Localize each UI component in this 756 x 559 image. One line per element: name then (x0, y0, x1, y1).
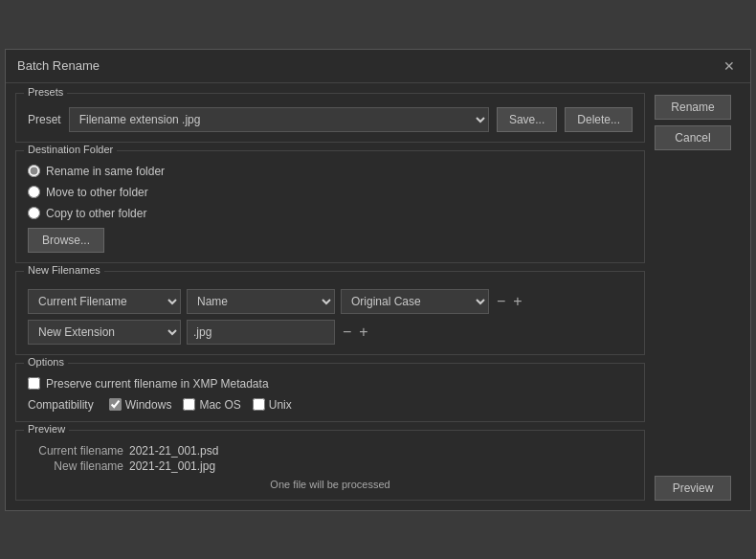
current-filename-key: Current filename (28, 444, 123, 458)
radio-copy-input[interactable] (28, 207, 40, 219)
row2-btn-pair: − + (341, 324, 370, 340)
extension-input[interactable]: .jpg (187, 320, 335, 345)
preserve-checkbox[interactable] (28, 377, 40, 390)
preview-content: Current filename 2021-21_001.psd New fil… (28, 444, 633, 490)
windows-label: Windows (125, 398, 172, 412)
row2-plus-button[interactable]: + (357, 324, 369, 340)
row1-plus-button[interactable]: + (511, 294, 523, 309)
radio-group: Rename in same folder Move to other fold… (28, 165, 633, 220)
windows-checkbox[interactable] (109, 398, 122, 411)
delete-button[interactable]: Delete... (565, 107, 633, 132)
new-filename-key: New filename (28, 459, 123, 473)
preview-status: One file will be processed (28, 479, 633, 490)
radio-move-label: Move to other folder (46, 186, 148, 199)
unix-checkbox[interactable] (253, 398, 265, 411)
save-button[interactable]: Save... (497, 107, 557, 132)
radio-copy-label: Copy to other folder (46, 207, 146, 220)
radio-same-folder[interactable]: Rename in same folder (28, 165, 633, 178)
filename-col2-select[interactable]: Name Name+Extension Extension (187, 289, 335, 314)
radio-same-input[interactable] (28, 165, 40, 177)
presets-row: Preset Filename extension .jpg Save... D… (28, 107, 633, 132)
compat-mac[interactable]: Mac OS (183, 398, 240, 412)
filenames-row2: New Extension Text Sequence Number .jpg … (28, 320, 633, 345)
cancel-button[interactable]: Cancel (655, 125, 731, 150)
rename-button[interactable]: Rename (655, 95, 731, 120)
dialog-body: Presets Preset Filename extension .jpg S… (6, 83, 750, 510)
preserve-row: Preserve current filename in XMP Metadat… (28, 377, 633, 391)
compat-unix[interactable]: Unix (253, 398, 292, 412)
title-bar: Batch Rename ✕ (6, 50, 750, 83)
dialog-title: Batch Rename (17, 58, 100, 73)
options-section: Options Preserve current filename in XMP… (15, 363, 645, 422)
preset-label: Preset (28, 113, 61, 126)
preview-section: Preview Current filename 2021-21_001.psd… (15, 430, 645, 501)
mac-label: Mac OS (199, 398, 240, 412)
options-section-title: Options (24, 356, 68, 368)
row1-btn-pair: − + (495, 294, 524, 309)
unix-label: Unix (269, 398, 292, 412)
extension-col1-select[interactable]: New Extension Text Sequence Number (28, 320, 181, 345)
preview-section-title: Preview (24, 423, 69, 435)
filename-col1-select[interactable]: Current Filename Sequence Date (28, 289, 181, 314)
new-filenames-title: New Filenames (24, 264, 104, 276)
compat-windows[interactable]: Windows (109, 398, 172, 412)
preview-button[interactable]: Preview (655, 476, 731, 501)
compatibility-row: Compatibility Windows Mac OS Unix (28, 398, 633, 412)
compatibility-label: Compatibility (28, 398, 94, 412)
radio-same-label: Rename in same folder (46, 165, 165, 178)
destination-section-title: Destination Folder (24, 144, 117, 155)
right-panel: Rename Cancel Preview (655, 93, 741, 501)
radio-copy-folder[interactable]: Copy to other folder (28, 207, 633, 220)
new-filename-value: 2021-21_001.jpg (129, 459, 215, 473)
new-filename-row: New filename 2021-21_001.jpg (28, 459, 633, 473)
radio-move-folder[interactable]: Move to other folder (28, 186, 633, 199)
current-filename-value: 2021-21_001.psd (129, 444, 218, 458)
new-filenames-section: New Filenames Current Filename Sequence … (15, 271, 645, 355)
presets-section: Presets Preset Filename extension .jpg S… (15, 93, 645, 143)
browse-button[interactable]: Browse... (28, 228, 104, 253)
mac-checkbox[interactable] (183, 398, 195, 411)
left-panel: Presets Preset Filename extension .jpg S… (15, 93, 645, 501)
filenames-row1: Current Filename Sequence Date Name Name… (28, 289, 633, 314)
batch-rename-dialog: Batch Rename ✕ Presets Preset Filename e… (5, 49, 751, 511)
radio-move-input[interactable] (28, 186, 40, 198)
destination-section: Destination Folder Rename in same folder… (15, 150, 645, 263)
preset-select[interactable]: Filename extension .jpg (69, 107, 489, 132)
current-filename-row: Current filename 2021-21_001.psd (28, 444, 633, 458)
row1-minus-button[interactable]: − (495, 294, 507, 309)
options-content: Preserve current filename in XMP Metadat… (28, 377, 633, 412)
close-button[interactable]: ✕ (720, 57, 739, 75)
preserve-label[interactable]: Preserve current filename in XMP Metadat… (46, 377, 269, 391)
filename-col3-select[interactable]: Original Case Upper Case Lower Case (341, 289, 489, 314)
row2-minus-button[interactable]: − (341, 324, 353, 340)
presets-section-title: Presets (24, 86, 67, 98)
